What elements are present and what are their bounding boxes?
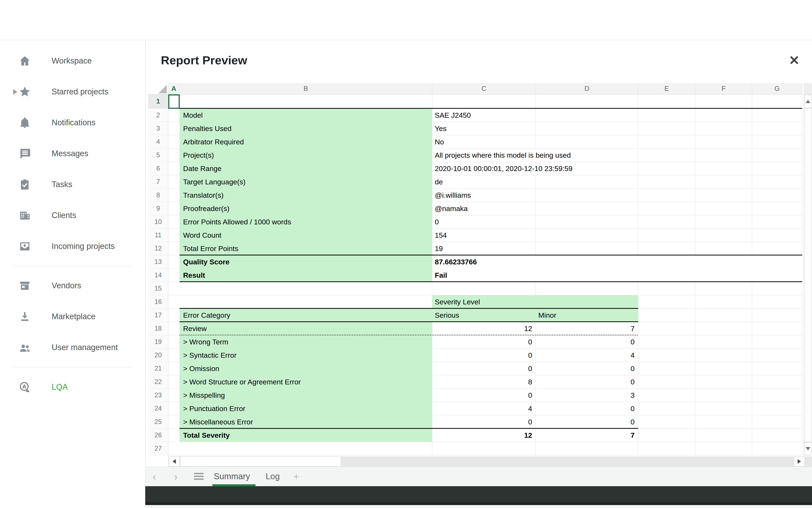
cell-G9[interactable] (752, 202, 802, 215)
cell-C11-value[interactable]: 154 (435, 228, 447, 242)
cell-C27[interactable] (432, 442, 536, 455)
cell-C14[interactable] (432, 268, 536, 282)
row-header-21[interactable]: 21 (148, 362, 168, 375)
cell-E4[interactable] (638, 135, 695, 149)
cell-E11[interactable] (638, 228, 695, 242)
cell-F7[interactable] (695, 175, 752, 188)
cell-D12[interactable] (536, 242, 638, 255)
cell-F23[interactable] (695, 389, 752, 402)
cell-G23[interactable] (752, 389, 802, 402)
cell-E2[interactable] (638, 109, 695, 122)
cell-B18[interactable]: Review (179, 322, 432, 335)
cell-G8[interactable] (752, 188, 802, 202)
sidebar-item-vendors[interactable]: Vendors (0, 270, 145, 301)
cell-G15[interactable] (752, 282, 802, 295)
cell-B14[interactable]: Result (179, 268, 432, 282)
cell-E10[interactable] (638, 215, 695, 228)
row-header-10[interactable]: 10 (148, 215, 168, 228)
cell-F16[interactable] (695, 295, 752, 309)
cell-C7[interactable] (432, 175, 536, 188)
cell-C13-value[interactable]: 87.66233766 (435, 255, 477, 268)
cell-D15[interactable] (536, 282, 638, 295)
cell-F22[interactable] (695, 375, 752, 389)
tab-log[interactable]: Log (266, 472, 280, 481)
cell-B19[interactable]: > Wrong Term (179, 335, 432, 349)
cell-B5[interactable]: Project(s) (179, 149, 432, 162)
column-header-F[interactable]: F (695, 83, 752, 94)
row-header-1[interactable]: 1 (148, 94, 168, 109)
cell-D27[interactable] (536, 442, 638, 455)
row-header-22[interactable]: 22 (148, 375, 168, 389)
cell-G6[interactable] (752, 162, 802, 175)
cell-G5[interactable] (752, 149, 802, 162)
cell-A18[interactable] (168, 322, 179, 335)
cell-A19[interactable] (168, 335, 179, 349)
horizontal-scroll-thumb[interactable] (180, 456, 341, 467)
cell-B26[interactable]: Total Severity (179, 429, 432, 442)
row-header-17[interactable]: 17 (148, 309, 168, 322)
cell-B3[interactable]: Penalties Used (179, 122, 432, 135)
cell-C6-value[interactable]: 2020-10-01 00:00:01, 2020-12-10 23:59:59 (435, 162, 572, 175)
vertical-scroll-thumb[interactable] (804, 109, 812, 442)
cell-C3[interactable] (432, 122, 536, 135)
cell-B15[interactable] (179, 282, 432, 295)
cell-D19[interactable]: 0 (536, 335, 638, 349)
cell-F12[interactable] (695, 242, 752, 255)
cell-E22[interactable] (638, 375, 695, 389)
cell-A14[interactable] (168, 268, 179, 282)
row-header-16[interactable]: 16 (148, 295, 168, 309)
cell-F8[interactable] (695, 188, 752, 202)
cell-A13[interactable] (168, 255, 179, 268)
cell-G25[interactable] (752, 415, 802, 429)
cell-A25[interactable] (168, 415, 179, 429)
cell-D8[interactable] (536, 188, 638, 202)
cell-A11[interactable] (168, 228, 179, 242)
cell-A12[interactable] (168, 242, 179, 255)
cell-F9[interactable] (695, 202, 752, 215)
cell-C18[interactable]: 12 (432, 322, 536, 335)
row-header-24[interactable]: 24 (148, 402, 168, 415)
cell-D10[interactable] (536, 215, 638, 228)
cell-G22[interactable] (752, 375, 802, 389)
cell-F15[interactable] (695, 282, 752, 295)
scroll-down-button[interactable] (804, 442, 812, 455)
cell-F13[interactable] (695, 255, 752, 268)
cell-E14[interactable] (638, 268, 695, 282)
cell-D3[interactable] (536, 122, 638, 135)
cell-D14[interactable] (536, 268, 638, 282)
cell-A21[interactable] (168, 362, 179, 375)
row-header-18[interactable]: 18 (148, 322, 168, 335)
cell-F17[interactable] (695, 309, 752, 322)
cell-F19[interactable] (695, 335, 752, 349)
cell-B20[interactable]: > Syntactic Error (179, 349, 432, 362)
cell-F26[interactable] (695, 429, 752, 442)
cell-A3[interactable] (168, 122, 179, 135)
sidebar-item-clients[interactable]: Clients (0, 200, 145, 231)
cell-F6[interactable] (695, 162, 752, 175)
cell-E13[interactable] (638, 255, 695, 268)
row-header-7[interactable]: 7 (148, 175, 168, 188)
selected-cell-A1[interactable] (168, 94, 180, 109)
cell-D9[interactable] (536, 202, 638, 215)
row-header-25[interactable]: 25 (148, 415, 168, 429)
row-header-19[interactable]: 19 (148, 335, 168, 349)
cell-B8[interactable]: Translator(s) (179, 188, 432, 202)
cell-C5-value[interactable]: All projects where this model is being u… (435, 149, 571, 162)
cell-A22[interactable] (168, 375, 179, 389)
cell-A10[interactable] (168, 215, 179, 228)
cell-F10[interactable] (695, 215, 752, 228)
cell-E24[interactable] (638, 402, 695, 415)
row-header-26[interactable]: 26 (148, 429, 168, 442)
cell-D25[interactable]: 0 (536, 415, 638, 429)
row-header-14[interactable]: 14 (148, 268, 168, 282)
cell-D7[interactable] (536, 175, 638, 188)
column-header-D[interactable]: D (536, 83, 638, 94)
cell-B17[interactable]: Error Category (179, 309, 432, 322)
cell-F21[interactable] (695, 362, 752, 375)
cell-D24[interactable]: 0 (536, 402, 638, 415)
sidebar-item-lqa[interactable]: A LQA (0, 372, 145, 403)
cell-C7-value[interactable]: de (435, 175, 443, 188)
cell-A7[interactable] (168, 175, 179, 188)
cell-G13[interactable] (752, 255, 802, 268)
cell-D23[interactable]: 3 (536, 389, 638, 402)
